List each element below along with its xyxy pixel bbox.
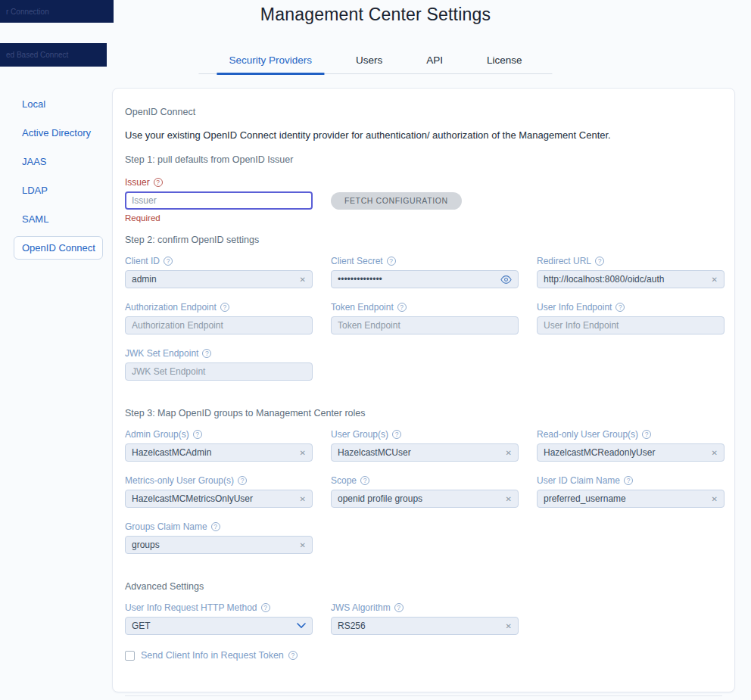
- jwk-set-endpoint-label: JWK Set Endpoint ?: [125, 348, 313, 359]
- clear-icon[interactable]: ✕: [712, 449, 718, 457]
- clear-icon[interactable]: ✕: [506, 622, 512, 630]
- sidebar-item-ldap[interactable]: LDAP: [14, 179, 103, 202]
- client-id-label: Client ID ?: [125, 256, 313, 266]
- panel-description: Use your existing OpenID Connect identit…: [125, 129, 722, 141]
- user-groups-label: User Group(s) ?: [331, 429, 519, 440]
- client-secret-input[interactable]: [338, 274, 496, 285]
- openid-connect-panel: OpenID Connect Use your existing OpenID …: [112, 88, 735, 692]
- clear-icon[interactable]: ✕: [300, 541, 306, 549]
- jws-algorithm-input[interactable]: [338, 621, 501, 631]
- tab-license[interactable]: License: [475, 48, 534, 75]
- help-icon[interactable]: ?: [595, 257, 604, 266]
- step3-title: Step 3: Map OpenID groups to Management …: [125, 408, 722, 418]
- clear-icon[interactable]: ✕: [506, 449, 512, 457]
- help-icon[interactable]: ?: [360, 476, 369, 485]
- sidebar-item-jaas[interactable]: JAAS: [14, 150, 103, 173]
- help-icon[interactable]: ?: [193, 430, 202, 439]
- redirect-url-label: Redirect URL ?: [537, 256, 725, 266]
- chevron-down-icon[interactable]: [297, 623, 306, 629]
- help-icon[interactable]: ?: [397, 303, 407, 312]
- jwk-set-endpoint-input[interactable]: [132, 366, 306, 377]
- send-client-info-checkbox[interactable]: [125, 651, 135, 661]
- scope-input[interactable]: [338, 493, 501, 504]
- client-id-label-text: Client ID: [125, 256, 160, 266]
- readonly-user-groups-label-text: Read-only User Group(s): [537, 429, 638, 440]
- user-groups-input-box: ✕: [331, 443, 519, 462]
- help-icon[interactable]: ?: [220, 303, 229, 312]
- help-icon[interactable]: ?: [288, 651, 298, 660]
- help-icon[interactable]: ?: [394, 603, 404, 612]
- readonly-user-groups-input[interactable]: [544, 447, 707, 458]
- help-icon[interactable]: ?: [238, 476, 247, 485]
- metrics-only-user-groups-input-box: ✕: [125, 490, 313, 508]
- client-id-input[interactable]: [132, 274, 295, 285]
- admin-groups-input-box: ✕: [125, 443, 313, 462]
- clear-icon[interactable]: ✕: [506, 495, 512, 503]
- field-jws-algorithm: JWS Algorithm ? ✕: [331, 602, 519, 635]
- authorization-endpoint-label-text: Authorization Endpoint: [125, 302, 217, 313]
- step3-row-1: Admin Group(s) ? ✕ User Group(s) ? ✕: [125, 429, 722, 462]
- advanced-settings-title: Advanced Settings: [125, 581, 722, 592]
- authorization-endpoint-input[interactable]: [132, 320, 306, 331]
- user-groups-input[interactable]: [338, 447, 501, 458]
- show-password-eye-icon[interactable]: [500, 274, 512, 285]
- groups-claim-name-label: Groups Claim Name ?: [125, 521, 313, 532]
- field-user-info-endpoint: User Info Endpoint ?: [537, 302, 725, 334]
- advanced-row: User Info Request HTTP Method ? JWS Algo…: [125, 602, 722, 635]
- clear-icon[interactable]: ✕: [300, 275, 306, 284]
- page-title: Management Center Settings: [0, 5, 751, 25]
- issuer-row: FETCH CONFIGURATION: [125, 191, 722, 210]
- clear-icon[interactable]: ✕: [712, 495, 718, 503]
- sidebar-item-openid-connect[interactable]: OpenID Connect: [14, 236, 103, 260]
- help-icon[interactable]: ?: [211, 522, 220, 531]
- authorization-endpoint-label: Authorization Endpoint ?: [125, 302, 313, 313]
- help-icon[interactable]: ?: [164, 257, 173, 266]
- token-endpoint-input[interactable]: [338, 320, 512, 331]
- user-groups-label-text: User Group(s): [331, 429, 388, 440]
- issuer-input[interactable]: [132, 195, 306, 206]
- scope-input-box: ✕: [331, 490, 519, 508]
- sidebar-item-saml[interactable]: SAML: [14, 207, 103, 231]
- readonly-user-groups-label: Read-only User Group(s) ?: [537, 429, 725, 440]
- user-info-request-http-method-value[interactable]: [132, 621, 292, 631]
- user-info-endpoint-label-text: User Info Endpoint: [537, 302, 612, 313]
- tab-security-providers[interactable]: Security Providers: [217, 48, 324, 75]
- issuer-label: Issuer ?: [125, 177, 722, 188]
- client-id-input-box: ✕: [125, 270, 313, 288]
- field-client-secret: Client Secret ?: [331, 256, 519, 288]
- field-user-groups: User Group(s) ? ✕: [331, 429, 519, 462]
- user-info-request-http-method-select[interactable]: [125, 617, 313, 635]
- admin-groups-input[interactable]: [132, 447, 295, 458]
- metrics-only-user-groups-input[interactable]: [132, 493, 295, 504]
- sidebar-item-local[interactable]: Local: [14, 92, 103, 116]
- user-id-claim-name-input[interactable]: [544, 493, 707, 504]
- user-info-endpoint-label: User Info Endpoint ?: [537, 302, 725, 313]
- tab-users[interactable]: Users: [344, 48, 394, 75]
- step1-title: Step 1: pull defaults from OpenID Issuer: [125, 154, 722, 165]
- help-icon[interactable]: ?: [615, 303, 625, 312]
- help-icon[interactable]: ?: [392, 430, 401, 439]
- clear-icon[interactable]: ✕: [712, 275, 718, 284]
- help-icon[interactable]: ?: [642, 430, 651, 439]
- scope-label-text: Scope: [331, 475, 357, 486]
- groups-claim-name-input[interactable]: [132, 540, 295, 550]
- help-icon[interactable]: ?: [387, 257, 396, 266]
- help-icon[interactable]: ?: [624, 476, 633, 485]
- help-icon[interactable]: ?: [202, 349, 211, 358]
- field-metrics-only-user-groups: Metrics-only User Group(s) ? ✕: [125, 475, 313, 508]
- token-endpoint-label-text: Token Endpoint: [331, 302, 394, 313]
- help-icon[interactable]: ?: [154, 178, 163, 187]
- help-icon[interactable]: ?: [261, 603, 270, 612]
- tab-api[interactable]: API: [414, 48, 455, 75]
- user-info-endpoint-input[interactable]: [544, 320, 718, 331]
- issuer-input-box: [125, 191, 313, 210]
- field-redirect-url: Redirect URL ? ✕: [537, 256, 725, 288]
- sidebar-item-active-directory[interactable]: Active Directory: [14, 121, 103, 145]
- send-client-info-row: Send Client Info in Request Token ?: [125, 650, 722, 661]
- redirect-url-input[interactable]: [544, 274, 707, 285]
- redirect-url-input-box: ✕: [537, 270, 725, 288]
- clear-icon[interactable]: ✕: [300, 495, 306, 503]
- step2-title: Step 2: confirm OpenID settings: [125, 235, 722, 245]
- fetch-configuration-button[interactable]: FETCH CONFIGURATION: [331, 192, 462, 210]
- clear-icon[interactable]: ✕: [300, 449, 306, 457]
